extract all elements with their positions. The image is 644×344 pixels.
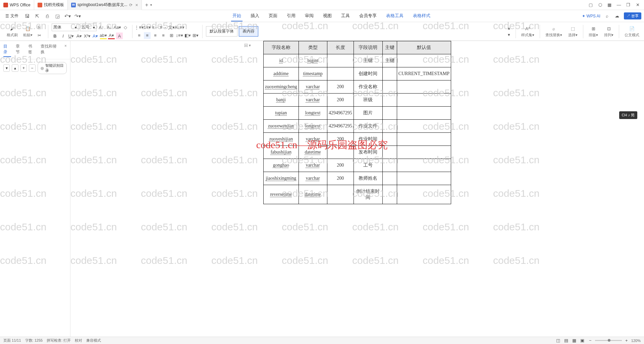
underline-button[interactable]: U▾	[68, 33, 74, 39]
window-controls: ▢ ⬡ ▦ — ❐ ✕	[588, 3, 644, 7]
tab-member[interactable]: 会员专享	[358, 11, 378, 21]
italic-button[interactable]: I	[60, 33, 66, 39]
gov-mode-button[interactable]: 📄公文模式	[623, 25, 641, 38]
align-left-button[interactable]: ≡	[136, 32, 143, 39]
text-direction-button[interactable]: 文▾	[168, 24, 175, 31]
print-preview-icon[interactable]: ◲	[54, 13, 61, 19]
tab-label: springboot1ws45数据库文...	[77, 2, 127, 8]
tab-label: 找稻壳模板	[44, 2, 64, 8]
highlight-button[interactable]: ab▾	[100, 33, 107, 39]
align-justify-button[interactable]: ≡	[160, 32, 167, 39]
tab-wps-office[interactable]: WPS Office	[0, 0, 34, 10]
redo-button[interactable]: ↷▾	[74, 13, 81, 19]
change-case-icon[interactable]: Aa▾	[114, 24, 121, 31]
quick-access: 🖫 ⇱ ⎙ ◲ ↶▾ ↷▾	[24, 13, 81, 19]
line-spacing-button[interactable]: ↕≡▾	[176, 32, 183, 39]
layout-button[interactable]: ⊞排版▾	[587, 25, 600, 38]
layout-icon: ⊞	[590, 25, 597, 32]
clipboard-group: 🖌格式刷 📋粘贴▾ ⎘ ✂	[3, 24, 45, 39]
tab-review[interactable]: 审阅	[304, 11, 315, 21]
tab-reference[interactable]: 引用	[285, 11, 297, 21]
menubar: ☰文件 🖫 ⇱ ⎙ ◲ ↶▾ ↷▾ 开始 插入 页面 引用 审阅 视图 工具 会…	[0, 10, 644, 22]
export-icon[interactable]: ⇱	[34, 13, 41, 19]
word-doc-icon	[71, 3, 76, 7]
shading-button[interactable]: ◧▾	[184, 32, 191, 39]
sort-button[interactable]: A↓≡▾	[176, 24, 183, 31]
increase-indent-button[interactable]: ≡→	[160, 24, 167, 31]
cube-icon[interactable]: ⬡	[598, 3, 602, 7]
template-icon	[38, 3, 42, 7]
select-button[interactable]: ⬚选择▾	[566, 25, 580, 38]
font-effect-button[interactable]: A▾	[92, 33, 99, 39]
font-family-select[interactable]: 黑体▾	[52, 23, 78, 31]
arrange-icon: ⊡	[605, 25, 612, 32]
bold-button[interactable]: B	[52, 33, 58, 39]
search-icon[interactable]: ⌕	[604, 13, 610, 19]
paste-button[interactable]: 📋粘贴▾	[21, 25, 35, 38]
font-size-select[interactable]: 五号▾	[80, 23, 97, 31]
copy-icon[interactable]: ⎘	[36, 24, 43, 31]
style-set-button[interactable]: Aᴬ样式集▾	[519, 25, 536, 38]
paragraph-group: ⋮≡▾ 1≡▾ ≡← ≡→ 文▾ A↓≡▾ ≡ ≡ ≡ ≡ ⊞ ↕≡▾ ◧▾ ⊞…	[136, 24, 199, 39]
arrange-button[interactable]: ⊡排列▾	[602, 25, 615, 38]
paste-icon: 📋	[24, 25, 31, 32]
format-painter-icon: 🖌	[9, 25, 16, 32]
clear-format-icon[interactable]: ◇	[122, 24, 129, 31]
print-icon[interactable]: ⎙	[44, 13, 51, 19]
style-set-icon: Aᴬ	[525, 25, 531, 32]
font-group: 黑体▾ 五号▾ A↑ A↓ Aa▾ ◇ B I U▾ A̶▾ X²▾ A▾ ab…	[52, 23, 129, 39]
tab-insert[interactable]: 插入	[249, 11, 261, 21]
tab-menu-button[interactable]: ▾	[150, 3, 152, 7]
find-replace-button[interactable]: ⌕查找替换▾	[543, 25, 564, 38]
close-button[interactable]: ✕	[635, 3, 640, 7]
tab-document[interactable]: springboot1ws45数据库文...⟳×	[68, 0, 142, 10]
cloud-icon[interactable]: ☁	[614, 13, 621, 19]
maximize-button[interactable]: ❐	[626, 3, 631, 7]
decrease-indent-button[interactable]: ≡←	[152, 24, 159, 31]
minimize-button[interactable]: —	[616, 3, 621, 7]
tablet-mode-icon[interactable]: ▢	[588, 3, 593, 7]
align-right-button[interactable]: ≡	[152, 32, 159, 39]
tab-view[interactable]: 视图	[322, 11, 333, 21]
style-scroll-up[interactable]: ▴	[505, 25, 512, 32]
file-menu-button[interactable]: ☰文件	[3, 12, 21, 20]
ai-label: WPS AI	[587, 14, 600, 18]
style-scroll-down[interactable]: ▾	[505, 32, 512, 38]
tab-close-icon[interactable]: ×	[136, 2, 138, 8]
undo-button[interactable]: ↶▾	[64, 13, 71, 19]
new-tab-button[interactable]: +	[145, 2, 148, 8]
align-center-button[interactable]: ≡	[144, 32, 151, 39]
share-button[interactable]: ↗ 분享	[624, 12, 641, 19]
text-effects-button[interactable]: A	[116, 33, 123, 39]
increase-font-icon[interactable]: A↑	[98, 24, 105, 31]
cut-icon[interactable]: ✂	[36, 32, 43, 39]
tab-table-tools[interactable]: 表格工具	[385, 11, 405, 21]
distribute-button[interactable]: ⊞	[168, 32, 175, 39]
tab-start[interactable]: 开始	[231, 11, 243, 21]
select-icon: ⬚	[570, 25, 576, 32]
numbering-button[interactable]: 1≡▾	[144, 24, 151, 31]
save-icon[interactable]: 🖫	[24, 13, 31, 19]
tab-table-style[interactable]: 表格样式	[412, 11, 432, 21]
decrease-font-icon[interactable]: A↓	[106, 24, 113, 31]
strike-button[interactable]: A̶▾	[76, 33, 83, 39]
styles-group: 默认段落字体 表内容 ▴ ▾	[206, 25, 512, 38]
find-icon: ⌕	[550, 25, 557, 32]
tab-controls: + ▾	[142, 2, 155, 8]
tab-page[interactable]: 页面	[267, 11, 279, 21]
style-table-content[interactable]: 表内容	[239, 26, 258, 37]
superscript-button[interactable]: X²▾	[84, 33, 91, 39]
apps-icon[interactable]: ▦	[607, 3, 612, 7]
bullets-button[interactable]: ⋮≡▾	[136, 24, 143, 31]
tab-reload-icon[interactable]: ⟳	[129, 3, 132, 7]
menubar-right: ✦WPS AI ⌕ ☁ ↗ 분享	[582, 12, 641, 19]
tab-templates[interactable]: 找稻壳模板	[34, 0, 68, 10]
format-painter-button[interactable]: 🖌格式刷	[5, 25, 20, 38]
tab-label: WPS Office	[10, 3, 31, 7]
font-color-button[interactable]: A▾	[108, 33, 115, 39]
wps-ai-button[interactable]: ✦WPS AI	[582, 14, 600, 18]
wps-logo-icon	[3, 3, 8, 7]
borders-button[interactable]: ⊞▾	[192, 32, 199, 39]
tab-tools[interactable]: 工具	[340, 11, 351, 21]
style-default[interactable]: 默认段落字体	[206, 26, 237, 37]
